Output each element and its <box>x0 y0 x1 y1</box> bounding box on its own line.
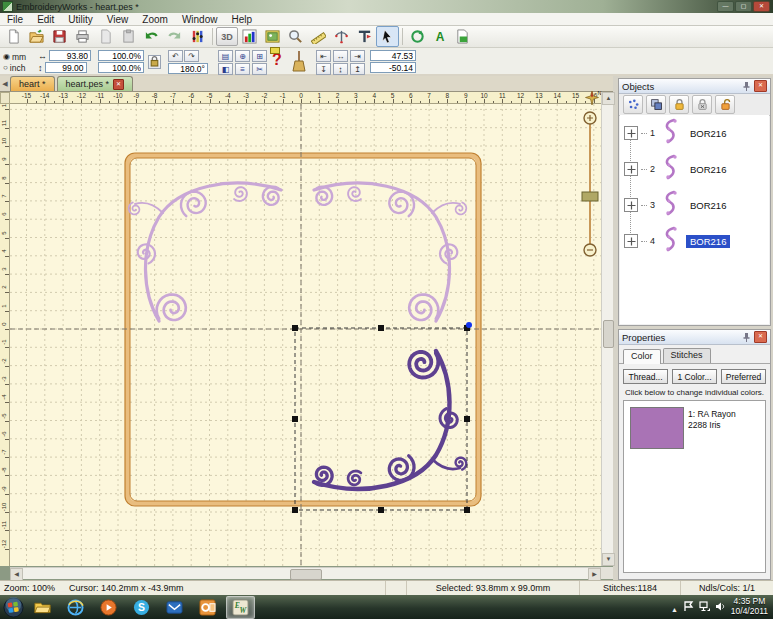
preferred-button[interactable]: Preferred <box>721 369 766 384</box>
center-design-icon[interactable]: ⊕ <box>235 50 250 62</box>
image-icon[interactable] <box>261 26 284 47</box>
zoom-slider-handle[interactable] <box>582 192 598 201</box>
paste-icon[interactable] <box>117 26 140 47</box>
expand-icon[interactable] <box>624 162 638 176</box>
pos-y-field[interactable] <box>370 62 416 73</box>
pin-tool-icon[interactable] <box>330 26 353 47</box>
zoom-tool-icon[interactable] <box>284 26 307 47</box>
design-thumbnail[interactable] <box>661 154 681 185</box>
aspect-lock-button[interactable] <box>148 55 161 69</box>
menu-window[interactable]: Window <box>175 14 225 25</box>
design-check-icon[interactable]: ? <box>272 52 282 68</box>
align-right-icon[interactable]: ⇥ <box>350 50 365 62</box>
menu-edit[interactable]: Edit <box>30 14 61 25</box>
document-tab-2[interactable]: heart.pes *✕ <box>57 76 134 91</box>
menu-view[interactable]: View <box>100 14 136 25</box>
thread-swatch[interactable] <box>630 407 684 449</box>
show-hidden-icon[interactable]: ▲ <box>671 598 678 616</box>
sequence-icon[interactable]: ≡ <box>235 63 250 75</box>
skype-icon[interactable]: S <box>127 596 156 619</box>
scroll-up-icon[interactable]: ▲ <box>602 92 615 105</box>
properties-close-icon[interactable]: ✕ <box>754 331 767 343</box>
open-icon[interactable] <box>25 26 48 47</box>
expand-icon[interactable] <box>624 126 638 140</box>
menu-file[interactable]: File <box>0 14 30 25</box>
lock-closed-icon[interactable] <box>669 95 689 114</box>
trim-icon[interactable]: ✂ <box>252 63 267 75</box>
selection-handle[interactable] <box>292 325 298 331</box>
lock-disabled-icon[interactable] <box>692 95 712 114</box>
lock-open-icon[interactable] <box>715 95 735 114</box>
horizontal-scrollbar[interactable]: ◀ ▶ <box>10 567 601 579</box>
width-field[interactable] <box>49 50 91 61</box>
selection-handle[interactable] <box>292 416 298 422</box>
page-icon[interactable] <box>94 26 117 47</box>
selection-handle[interactable] <box>292 507 298 513</box>
menu-utility[interactable]: Utility <box>61 14 99 25</box>
thread-button[interactable]: Thread... <box>623 369 668 384</box>
tab-close-icon[interactable]: ✕ <box>113 79 124 90</box>
rotation-field[interactable] <box>168 63 208 74</box>
refresh-icon[interactable] <box>406 26 429 47</box>
stack-order-icon[interactable] <box>646 95 666 114</box>
object-label[interactable]: BOR216 <box>686 235 730 248</box>
new-icon[interactable] <box>2 26 25 47</box>
align-middle-icon[interactable]: ↨ <box>333 63 348 75</box>
save-icon[interactable] <box>48 26 71 47</box>
design-object-2[interactable] <box>314 183 466 321</box>
thread-color-list[interactable]: 1: RA Rayon 2288 Iris <box>623 400 766 573</box>
contrast-view-icon[interactable]: ◧ <box>218 63 233 75</box>
design-thumbnail[interactable] <box>661 226 681 257</box>
design-object-4-selected[interactable] <box>314 351 466 489</box>
selection-handle[interactable] <box>378 507 384 513</box>
maximize-button[interactable]: ▢ <box>735 1 752 12</box>
action-center-icon[interactable] <box>683 598 694 616</box>
properties-tab-stitches[interactable]: Stitches <box>663 348 711 363</box>
unit-inch-radio[interactable]: ○ inch <box>3 62 26 73</box>
start-button[interactable] <box>0 596 26 619</box>
align-bottom-icon[interactable]: ↧ <box>316 63 331 75</box>
1-color-button[interactable]: 1 Color... <box>672 369 717 384</box>
pin-icon[interactable] <box>742 332 751 343</box>
object-label[interactable]: BOR216 <box>686 127 730 140</box>
chart-icon[interactable] <box>238 26 261 47</box>
select-cursor-icon[interactable] <box>376 26 399 47</box>
close-button[interactable]: ✕ <box>753 1 770 12</box>
title-bar[interactable]: EmbroideryWorks - heart.pes * — ▢ ✕ <box>0 0 773 13</box>
tab-scroll-left-icon[interactable]: ◀ <box>0 80 10 91</box>
minimize-button[interactable]: — <box>717 1 734 12</box>
vscroll-thumb[interactable] <box>603 320 614 348</box>
design-object-1[interactable] <box>129 183 281 321</box>
selection-handle[interactable] <box>464 416 470 422</box>
design-thumbnail[interactable] <box>661 118 681 149</box>
live-mail-icon[interactable] <box>160 596 189 619</box>
rotate-right-button[interactable]: ↷ <box>184 50 199 62</box>
selection-handle[interactable] <box>464 507 470 513</box>
taskbar-clock[interactable]: 4:35 PM10/4/2011 <box>731 597 768 617</box>
object-row[interactable]: 2BOR216 <box>620 151 769 187</box>
pos-x-field[interactable] <box>370 50 416 61</box>
group-select-icon[interactable] <box>623 95 643 114</box>
object-row[interactable]: 4BOR216 <box>620 223 769 259</box>
lettering-button[interactable]: A <box>429 27 451 46</box>
internet-explorer-icon[interactable] <box>61 596 90 619</box>
menu-zoom[interactable]: Zoom <box>135 14 175 25</box>
explorer-icon[interactable] <box>28 596 57 619</box>
expand-icon[interactable] <box>624 234 638 248</box>
menu-help[interactable]: Help <box>224 14 259 25</box>
outlook-icon[interactable] <box>193 596 222 619</box>
network-icon[interactable] <box>699 598 710 616</box>
properties-tab-color[interactable]: Color <box>623 349 661 364</box>
design-canvas[interactable] <box>10 104 601 566</box>
adjust-colors-icon[interactable] <box>186 26 209 47</box>
media-player-icon[interactable] <box>94 596 123 619</box>
tsquare-icon[interactable] <box>353 26 376 47</box>
objects-close-icon[interactable]: ✕ <box>754 80 767 92</box>
object-label[interactable]: BOR216 <box>686 199 730 212</box>
volume-icon[interactable] <box>715 598 726 616</box>
vertical-scrollbar[interactable]: ▲ ▼ <box>601 92 613 566</box>
hscroll-thumb[interactable] <box>290 569 322 580</box>
width-percent-field[interactable] <box>98 50 144 61</box>
3d-view-button[interactable]: 3D <box>216 27 238 46</box>
document-tab-1[interactable]: heart * <box>10 76 55 91</box>
